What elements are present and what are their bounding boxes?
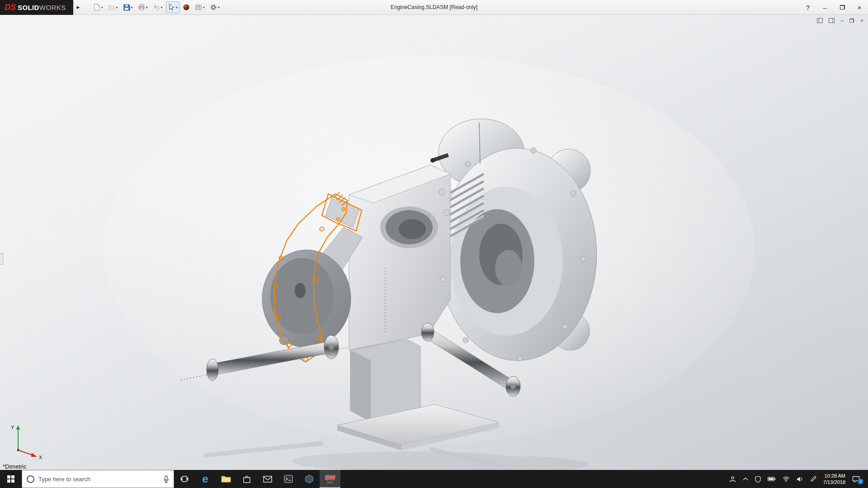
- open-button[interactable]: ▾: [106, 1, 120, 13]
- task-view-icon: [180, 476, 189, 482]
- store-button[interactable]: [236, 470, 257, 488]
- open-dropdown-caret[interactable]: ▾: [116, 5, 118, 9]
- clock-date: 7/13/2018: [823, 479, 845, 485]
- print-button[interactable]: ▾: [136, 1, 150, 13]
- pen-icon: [810, 476, 816, 482]
- doc-minimize-button[interactable]: –: [840, 17, 844, 24]
- select-tool-button[interactable]: ▾: [166, 1, 179, 13]
- doc-close-button[interactable]: ×: [860, 17, 863, 24]
- mail-button[interactable]: [257, 470, 278, 488]
- close-icon: ×: [858, 4, 862, 11]
- pane-left-button[interactable]: [817, 18, 823, 23]
- start-icon: [7, 475, 14, 483]
- doc-restore-button[interactable]: [849, 19, 854, 23]
- app-titlebar: DSSOLIDWORKS ▶ ▾ ▾ ▾ ▾ ▾ ▾: [0, 0, 868, 15]
- dassault-ds-logo: DS: [5, 3, 16, 12]
- taskbar-search-box[interactable]: [22, 470, 174, 488]
- minimize-button[interactable]: –: [816, 0, 834, 14]
- task-view-button[interactable]: [174, 470, 195, 488]
- undo-icon: [153, 4, 160, 11]
- pane-right-icon: [829, 18, 835, 23]
- people-button[interactable]: [729, 476, 736, 483]
- pen-button[interactable]: [810, 476, 816, 482]
- hidden-icons-button[interactable]: [743, 477, 748, 481]
- cortana-icon: [27, 475, 34, 483]
- file-explorer-icon: [221, 475, 231, 483]
- restore-button[interactable]: [834, 0, 851, 14]
- view-orientation-label: *Dimetric: [3, 463, 27, 470]
- hexagon-app-button[interactable]: [299, 470, 320, 488]
- help-button[interactable]: ?: [799, 0, 816, 14]
- document-title: EngineCasing.SLDASM [Read-only]: [391, 4, 477, 10]
- panel-splitter-handle[interactable]: [0, 253, 3, 265]
- microphone-icon[interactable]: [163, 475, 169, 483]
- options-dropdown-caret[interactable]: ▾: [218, 5, 220, 9]
- battery-button[interactable]: [768, 477, 776, 481]
- restore-icon: [840, 5, 845, 9]
- terminal-button[interactable]: [278, 470, 299, 488]
- action-center-button[interactable]: 2: [852, 476, 863, 483]
- select-cursor-icon: [168, 4, 175, 11]
- solidworks-logo: DSSOLIDWORKS: [0, 0, 73, 15]
- save-dropdown-caret[interactable]: ▾: [131, 5, 133, 9]
- hexagon-app-icon: [305, 474, 314, 483]
- solidworks-app-button[interactable]: SW 2017: [320, 470, 340, 488]
- design-table-icon: [195, 4, 202, 11]
- menu-expand-arrow[interactable]: ▶: [74, 2, 82, 13]
- doc-restore-icon: [849, 19, 854, 23]
- close-button[interactable]: ×: [851, 0, 868, 14]
- defender-button[interactable]: [755, 476, 761, 483]
- minimize-icon: –: [823, 4, 827, 11]
- file-explorer-button[interactable]: [216, 470, 236, 488]
- design-table-button[interactable]: ▾: [193, 1, 207, 13]
- y-axis-label: Y: [11, 425, 14, 430]
- volume-icon: [797, 476, 803, 482]
- wifi-icon: [783, 476, 790, 482]
- orientation-triad: Y X: [7, 422, 49, 460]
- undo-button[interactable]: ▾: [151, 1, 165, 13]
- document-window-controls: – ×: [817, 17, 863, 24]
- quick-access-toolbar: ▾ ▾ ▾ ▾ ▾ ▾ ▾ ▾: [91, 1, 222, 13]
- new-dropdown-caret[interactable]: ▾: [101, 5, 103, 9]
- sw-label: SW: [325, 474, 335, 481]
- graphics-area[interactable]: – ×: [0, 15, 868, 470]
- options-gear-icon: [210, 4, 217, 11]
- taskbar-clock[interactable]: 10:28 AM 7/13/2018: [823, 473, 845, 486]
- x-axis-label: X: [39, 455, 42, 460]
- x-axis-arrow: [31, 453, 37, 457]
- windows-taskbar: e SW 2017: [0, 470, 868, 488]
- people-icon: [729, 476, 736, 483]
- pane-left-icon: [817, 18, 823, 23]
- edge-icon: e: [202, 474, 208, 484]
- edge-button[interactable]: e: [195, 470, 216, 488]
- cylinder-block[interactable]: [349, 165, 450, 350]
- print-dropdown-caret[interactable]: ▾: [146, 5, 148, 9]
- engine-casing-model[interactable]: [0, 15, 868, 470]
- chevron-up-icon: [743, 477, 748, 481]
- logo-works-text: WORKS: [39, 4, 66, 11]
- help-icon: ?: [806, 4, 810, 11]
- appearance-button[interactable]: [181, 1, 192, 13]
- solidworks-icon: SW 2017: [325, 474, 335, 484]
- start-button[interactable]: [0, 470, 22, 488]
- save-icon: [123, 4, 130, 11]
- logo-solid-text: SOLID: [18, 4, 39, 11]
- pane-right-button[interactable]: [829, 18, 835, 23]
- clutch-casing[interactable]: [439, 119, 597, 361]
- y-axis-arrow: [16, 425, 20, 430]
- appearance-sphere-icon: [183, 4, 190, 11]
- options-button[interactable]: ▾: [208, 1, 222, 13]
- doc-close-icon: ×: [860, 17, 863, 24]
- save-button[interactable]: ▾: [121, 1, 135, 13]
- network-button[interactable]: [783, 476, 790, 482]
- window-controls: ? – ×: [799, 0, 868, 14]
- table-dropdown-caret[interactable]: ▾: [203, 5, 205, 9]
- select-dropdown-caret[interactable]: ▾: [176, 5, 178, 9]
- volume-button[interactable]: [797, 476, 803, 482]
- doc-minimize-icon: –: [840, 17, 844, 24]
- new-document-button[interactable]: ▾: [91, 1, 105, 13]
- store-icon: [243, 475, 251, 483]
- notification-badge: 2: [858, 479, 863, 484]
- search-input[interactable]: [38, 476, 159, 483]
- undo-dropdown-caret[interactable]: ▾: [161, 5, 163, 9]
